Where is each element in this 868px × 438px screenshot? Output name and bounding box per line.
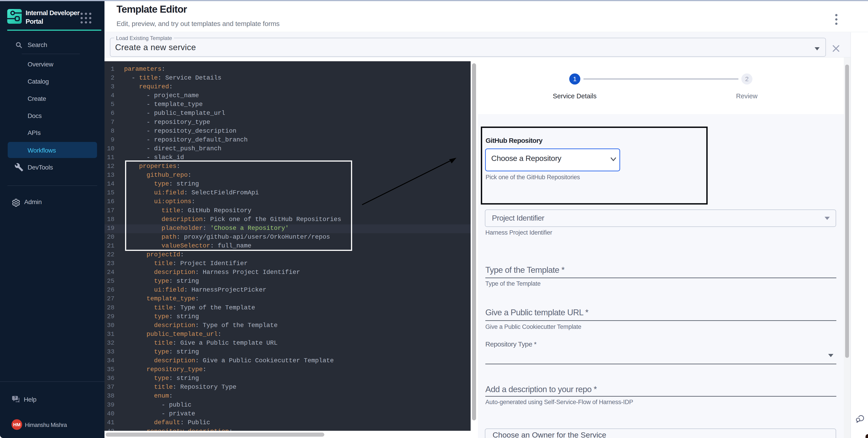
svg-text:?: ? [14, 396, 16, 400]
